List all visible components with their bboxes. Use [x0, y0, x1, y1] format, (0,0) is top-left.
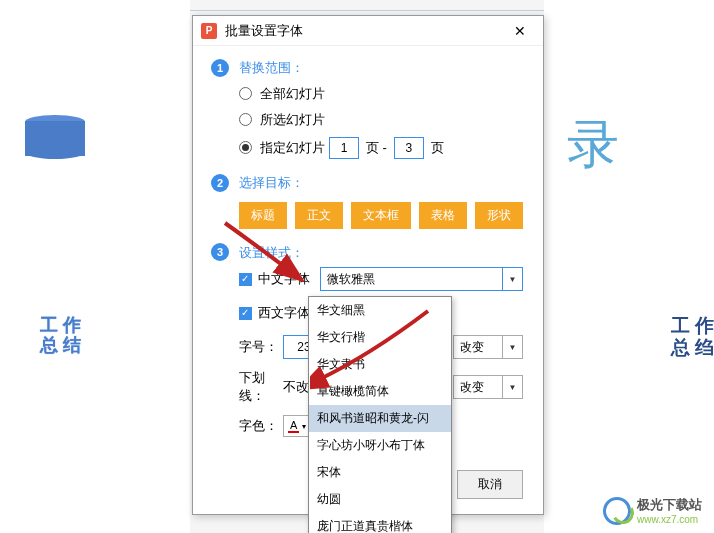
- size-change-select[interactable]: 改变 ▼: [453, 335, 523, 359]
- font-option-highlighted[interactable]: 和风书道昭和黄龙-闪: [309, 405, 451, 432]
- bg-text-lu: 录: [567, 110, 619, 180]
- dropdown-arrow-icon: ▾: [302, 422, 306, 431]
- bg-left: [0, 0, 190, 533]
- section-range-title: 替换范围：: [239, 60, 304, 75]
- font-option[interactable]: 宋体: [309, 459, 451, 486]
- watermark-name: 极光下载站: [637, 496, 702, 514]
- font-option[interactable]: 庞门正道真贵楷体: [309, 513, 451, 533]
- dropdown-arrow-icon: ▼: [502, 336, 522, 358]
- watermark-icon: [603, 497, 631, 525]
- target-table-button[interactable]: 表格: [419, 202, 467, 229]
- annotation-arrow-2: [310, 305, 435, 390]
- page-from-input[interactable]: [329, 137, 359, 159]
- radio-specific-slides[interactable]: 指定幻灯片 页 - 页: [239, 137, 543, 159]
- bg-text-worksum-right: 工 作总 绉: [671, 315, 714, 359]
- color-label: 字色：: [239, 417, 283, 435]
- bg-right: [544, 0, 714, 533]
- underline-value: 不改: [283, 378, 309, 396]
- target-shape-button[interactable]: 形状: [475, 202, 523, 229]
- step-1-badge: 1: [211, 59, 229, 77]
- size-label: 字号：: [239, 338, 283, 356]
- cylinder-shape: [25, 115, 85, 160]
- radio-selected-slides[interactable]: 所选幻灯片: [239, 111, 543, 129]
- font-option[interactable]: 字心坊小呀小布丁体: [309, 432, 451, 459]
- cancel-button[interactable]: 取消: [457, 470, 523, 499]
- app-icon: P: [201, 23, 217, 39]
- section-target-title: 选择目标：: [239, 175, 304, 190]
- dialog-title: 批量设置字体: [225, 22, 505, 40]
- font-option[interactable]: 幼圆: [309, 486, 451, 513]
- bg-text-worksum: 工 作总 结: [40, 315, 81, 355]
- watermark-url: www.xz7.com: [637, 514, 702, 525]
- step-2-badge: 2: [211, 174, 229, 192]
- underline-change-select[interactable]: 改变 ▼: [453, 375, 523, 399]
- dropdown-arrow-icon: ▼: [502, 268, 522, 290]
- close-button[interactable]: ✕: [505, 19, 535, 43]
- dropdown-arrow-icon: ▼: [502, 376, 522, 398]
- page-to-input[interactable]: [394, 137, 424, 159]
- target-textbox-button[interactable]: 文本框: [351, 202, 411, 229]
- cn-font-select[interactable]: 微软雅黑 ▼: [320, 267, 523, 291]
- titlebar[interactable]: P 批量设置字体 ✕: [193, 16, 543, 46]
- en-font-checkbox[interactable]: [239, 307, 252, 320]
- watermark: 极光下载站 www.xz7.com: [603, 496, 702, 525]
- annotation-arrow-1: [220, 218, 310, 288]
- radio-all-slides[interactable]: 全部幻灯片: [239, 85, 543, 103]
- underline-label: 下划线：: [239, 369, 283, 405]
